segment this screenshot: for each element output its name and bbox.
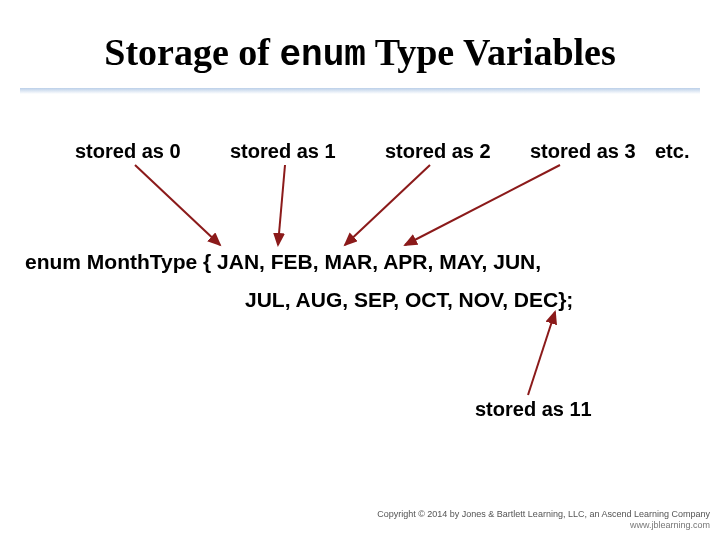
slide-title: Storage of enum Type Variables [0, 30, 720, 76]
title-underline [20, 88, 700, 94]
title-part2: Type Variables [366, 31, 616, 73]
title-part1: Storage of [104, 31, 279, 73]
label-etc: etc. [655, 140, 689, 163]
label-stored-0: stored as 0 [75, 140, 181, 163]
arrow-feb [278, 165, 285, 245]
enum-declaration-line2: JUL, AUG, SEP, OCT, NOV, DEC}; [245, 288, 573, 312]
enum-declaration-line1: enum MonthType { JAN, FEB, MAR, APR, MAY… [25, 250, 541, 274]
arrow-mar [345, 165, 430, 245]
label-stored-11: stored as 11 [475, 398, 592, 421]
arrow-dec [528, 312, 555, 395]
label-stored-1: stored as 1 [230, 140, 336, 163]
footer-url: www.jblearning.com [377, 520, 710, 532]
footer-copyright: Copyright © 2014 by Jones & Bartlett Lea… [377, 509, 710, 521]
label-stored-2: stored as 2 [385, 140, 491, 163]
title-code: enum [279, 35, 365, 76]
label-stored-3: stored as 3 [530, 140, 636, 163]
footer: Copyright © 2014 by Jones & Bartlett Lea… [377, 509, 710, 532]
arrow-jan [135, 165, 220, 245]
arrow-apr [405, 165, 560, 245]
